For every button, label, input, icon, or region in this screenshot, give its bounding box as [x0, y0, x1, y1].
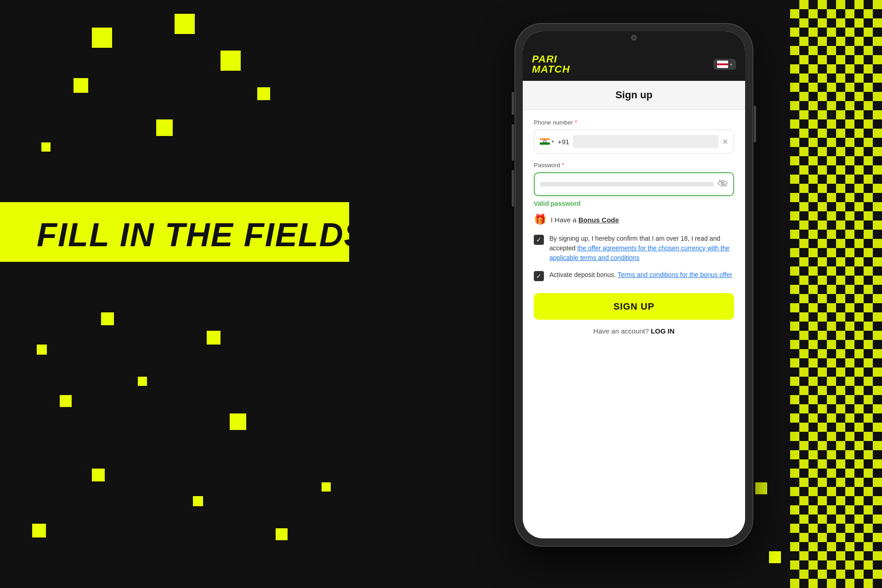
- bonus-label: Activate deposit bonus. Terms and condit…: [549, 270, 732, 280]
- deco-sq-20: [769, 551, 781, 563]
- password-input-container[interactable]: [534, 172, 734, 196]
- language-selector[interactable]: ▾: [713, 59, 736, 70]
- flag-white: [540, 140, 550, 142]
- bonus-terms-link[interactable]: Terms and conditions for the bonus offer: [617, 271, 732, 278]
- bonus-checkbox[interactable]: ✓: [534, 271, 544, 281]
- fill-in-text: FILL IN THE FIELDS: [37, 216, 367, 254]
- have-account-row: Have an account? LOG IN: [534, 327, 734, 335]
- deco-sq-5: [257, 87, 270, 100]
- deco-sq-11: [60, 395, 72, 407]
- deco-sq-14: [92, 469, 105, 481]
- india-flag-icon: [540, 138, 550, 145]
- bonus-checkbox-row: ✓ Activate deposit bonus. Terms and cond…: [534, 270, 734, 281]
- password-input-placeholder[interactable]: [540, 182, 714, 187]
- signup-button[interactable]: SIGN UP: [534, 293, 734, 320]
- phone-input-placeholder[interactable]: [573, 135, 718, 148]
- deco-sq-21: [276, 528, 288, 540]
- silent-switch: [512, 92, 514, 115]
- deco-sq-3: [220, 51, 241, 71]
- deco-sq-13: [230, 413, 246, 430]
- password-field-wrap: Password *: [534, 162, 734, 196]
- power-button: [754, 106, 756, 142]
- country-chevron-icon: ▾: [552, 139, 554, 144]
- phone-mockup: PARI MATCH ▾ Sign up Phone number *: [514, 23, 753, 547]
- form-title: Sign up: [523, 81, 745, 110]
- deco-sq-2: [175, 14, 195, 34]
- logo-pari: PARI: [532, 54, 570, 64]
- phone-required-star: *: [575, 119, 577, 126]
- login-link[interactable]: LOG IN: [651, 327, 675, 335]
- front-camera: [631, 35, 637, 40]
- deco-sq-17: [755, 482, 767, 494]
- bonus-icon: 🎁: [534, 214, 546, 226]
- checker-pattern-right: [790, 0, 882, 588]
- clear-input-icon[interactable]: ✕: [722, 137, 728, 146]
- terms-checkbox-row: ✓ By signing up, I hereby confirm that I…: [534, 234, 734, 263]
- chevron-down-icon: ▾: [730, 62, 732, 67]
- deco-sq-6: [41, 142, 51, 152]
- toggle-password-icon[interactable]: [718, 180, 728, 189]
- phone-body: PARI MATCH ▾ Sign up Phone number *: [514, 23, 753, 547]
- checkmark-icon: ✓: [536, 236, 542, 243]
- deco-sq-15: [193, 496, 203, 506]
- signup-form: Sign up Phone number *: [523, 81, 745, 538]
- phone-input-container[interactable]: ▾ +91 ✕: [534, 130, 734, 153]
- deco-sq-16: [32, 524, 46, 537]
- password-required-star: *: [562, 162, 564, 169]
- phone-notch: [597, 31, 671, 44]
- deco-sq-8: [101, 312, 114, 325]
- volume-up-button: [512, 124, 514, 161]
- deco-sq-4: [74, 78, 88, 93]
- phone-screen: PARI MATCH ▾ Sign up Phone number *: [523, 31, 745, 538]
- country-selector[interactable]: ▾: [540, 138, 554, 145]
- terms-checkbox[interactable]: ✓: [534, 235, 544, 245]
- password-field-label: Password *: [534, 162, 734, 169]
- form-body: Phone number * ▾ +91: [523, 110, 745, 349]
- app-logo: PARI MATCH: [532, 54, 570, 74]
- checkmark-icon-2: ✓: [536, 272, 542, 280]
- volume-down-button: [512, 170, 514, 207]
- deco-sq-1: [92, 28, 112, 48]
- deco-sq-22: [322, 482, 331, 492]
- deco-sq-12: [138, 377, 147, 386]
- deco-sq-10: [207, 331, 220, 345]
- deco-sq-9: [37, 345, 47, 355]
- valid-password-message: Valid password: [534, 200, 734, 207]
- phone-prefix: +91: [558, 138, 569, 146]
- logo-match: MATCH: [532, 64, 570, 74]
- bonus-code-link[interactable]: Bonus Code: [578, 216, 619, 224]
- uk-flag-icon: [717, 61, 728, 68]
- terms-label: By signing up, I hereby confirm that I a…: [549, 234, 734, 263]
- deco-sq-7: [156, 119, 173, 136]
- bonus-code-row: 🎁 I Have a Bonus Code: [534, 214, 734, 226]
- phone-field-label: Phone number *: [534, 119, 734, 126]
- bonus-text: I Have a Bonus Code: [551, 216, 619, 224]
